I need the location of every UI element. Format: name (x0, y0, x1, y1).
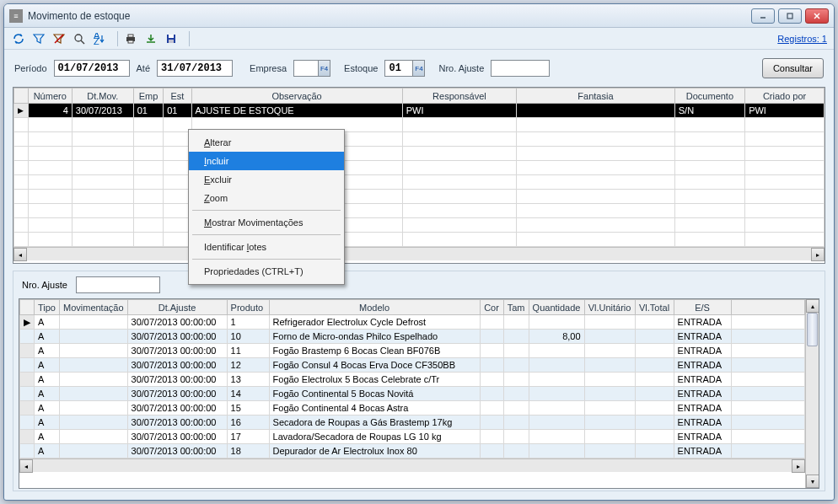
cell-cor (480, 401, 503, 416)
ctx-alterar[interactable]: Alterar (189, 133, 344, 152)
table-row[interactable] (14, 233, 825, 247)
col-modelo[interactable]: Modelo (269, 300, 480, 315)
cell-vlunitario (584, 315, 635, 330)
records-link[interactable]: Registros: 1 (777, 34, 827, 44)
col-movimentacao[interactable]: Movimentação (60, 300, 128, 315)
scroll-left-icon[interactable]: ◂ (13, 248, 27, 261)
estoque-input[interactable] (384, 60, 413, 77)
col-fantasia[interactable]: Fantasia (517, 88, 675, 104)
col-quantidade[interactable]: Quantidade (529, 300, 584, 315)
consultar-button[interactable]: Consultar (762, 58, 824, 78)
cell-fantasia (517, 104, 675, 118)
table-row[interactable] (14, 118, 825, 132)
scroll-thumb[interactable] (807, 313, 818, 346)
cell-produto: 17 (227, 430, 269, 444)
col-dtajuste[interactable]: Dt.Ajuste (127, 300, 227, 315)
ctx-identificar-lotes[interactable]: Identificar lotes (189, 238, 344, 256)
nro-ajuste-input[interactable] (491, 60, 550, 77)
cell-produto: 11 (227, 344, 269, 358)
refresh-icon[interactable] (11, 31, 26, 46)
hscrollbar[interactable]: ◂ ▸ (13, 247, 825, 260)
empresa-lookup-icon[interactable]: F4 (319, 60, 330, 77)
table-row[interactable]: A30/07/2013 00:00:0015Fogão Continental … (20, 401, 805, 416)
table-row[interactable] (14, 175, 825, 190)
cell-quantidade (529, 315, 584, 330)
table-row[interactable]: A30/07/2013 00:00:0011Fogão Brastemp 6 B… (20, 344, 805, 358)
col-vlunitario[interactable]: Vl.Unitário (584, 300, 635, 315)
periodo-start-input[interactable] (54, 60, 130, 77)
cell-produto: 14 (227, 387, 269, 401)
table-row[interactable]: A30/07/2013 00:00:0016Secadora de Roupas… (20, 416, 805, 430)
col-emp[interactable]: Emp (133, 88, 163, 104)
detail-hscrollbar[interactable]: ◂ ▸ (19, 458, 805, 472)
row-indicator-icon: ▶ (20, 315, 35, 330)
print-icon[interactable] (123, 31, 138, 46)
separator (117, 31, 118, 46)
detail-vscrollbar[interactable]: ▴ ▾ (805, 299, 819, 488)
minimize-button[interactable] (751, 8, 775, 24)
estoque-lookup-icon[interactable]: F4 (413, 60, 425, 77)
filter-icon[interactable] (31, 31, 46, 46)
col-vltotal[interactable]: Vl.Total (635, 300, 674, 315)
cell-emp: 01 (133, 104, 163, 118)
cell-vlunitario (584, 416, 635, 430)
ctx-incluir[interactable]: Incluir (189, 152, 344, 170)
table-row[interactable] (14, 147, 825, 161)
table-row[interactable]: A30/07/2013 00:00:0013Fogão Electrolux 5… (20, 373, 805, 387)
cell-vltotal (635, 444, 674, 458)
cell-movimentacao (60, 358, 128, 373)
cell-es: ENTRADA (674, 344, 731, 358)
table-row[interactable]: ▶A30/07/2013 00:00:001Refrigerador Elect… (20, 315, 805, 330)
export-icon[interactable] (143, 31, 158, 46)
save-icon[interactable] (164, 31, 179, 46)
scroll-left-icon[interactable]: ◂ (19, 459, 33, 473)
cell-pad (731, 430, 804, 444)
table-row[interactable] (14, 190, 825, 204)
table-row[interactable] (14, 204, 825, 218)
empresa-input[interactable] (293, 60, 319, 77)
col-tipo[interactable]: Tipo (35, 300, 60, 315)
col-documento[interactable]: Documento (674, 88, 744, 104)
table-row[interactable]: A30/07/2013 00:00:0018Depurador de Ar El… (20, 444, 805, 458)
close-button[interactable] (805, 8, 829, 24)
filter-remove-icon[interactable] (51, 31, 67, 46)
col-es[interactable]: E/S (674, 300, 731, 315)
cell-produto: 16 (227, 416, 269, 430)
table-row[interactable]: A30/07/2013 00:00:0012Fogão Consul 4 Boc… (20, 358, 805, 373)
sort-icon[interactable]: AZ (92, 31, 107, 46)
cell-es: ENTRADA (674, 315, 731, 330)
maximize-button[interactable] (778, 8, 802, 24)
search-icon[interactable] (72, 31, 87, 46)
col-responsavel[interactable]: Responsável (402, 88, 516, 104)
table-row[interactable] (14, 218, 825, 233)
col-tam[interactable]: Tam (503, 300, 529, 315)
col-est[interactable]: Est (164, 88, 191, 104)
cell-dtajuste: 30/07/2013 00:00:00 (127, 373, 227, 387)
scroll-right-icon[interactable]: ▸ (811, 248, 825, 261)
table-row[interactable]: A30/07/2013 00:00:0010Forno de Micro-ond… (20, 330, 805, 344)
col-observacao[interactable]: Observação (191, 88, 402, 104)
scroll-up-icon[interactable]: ▴ (806, 299, 819, 313)
scroll-right-icon[interactable]: ▸ (792, 459, 805, 473)
table-row[interactable]: A30/07/2013 00:00:0017Lavadora/Secadora … (20, 430, 805, 444)
ctx-mostrar-movimentacoes[interactable]: Mostrar Movimentações (189, 213, 344, 232)
lower-nro-ajuste-input[interactable] (76, 276, 160, 293)
col-criadopor[interactable]: Criado por (745, 88, 825, 104)
scroll-down-icon[interactable]: ▾ (806, 475, 819, 488)
col-cor[interactable]: Cor (480, 300, 503, 315)
col-dtmov[interactable]: Dt.Mov. (72, 88, 133, 104)
cell-tam (503, 358, 529, 373)
table-row[interactable] (14, 161, 825, 175)
col-produto[interactable]: Produto (227, 300, 269, 315)
table-row[interactable] (14, 132, 825, 147)
col-numero[interactable]: Número (28, 88, 72, 104)
ctx-zoom[interactable]: Zoom (189, 189, 344, 207)
table-row[interactable]: ▶ 4 30/07/2013 01 01 AJUSTE DE ESTOQUE P… (14, 104, 825, 118)
separator (189, 31, 190, 46)
ctx-excluir[interactable]: Excluir (189, 170, 344, 189)
cell-produto: 18 (227, 444, 269, 458)
ctx-propriedades[interactable]: Propriedades (CTRL+T) (189, 262, 344, 281)
periodo-end-input[interactable] (157, 60, 233, 77)
cell-movimentacao (60, 444, 128, 458)
table-row[interactable]: A30/07/2013 00:00:0014Fogão Continental … (20, 387, 805, 401)
